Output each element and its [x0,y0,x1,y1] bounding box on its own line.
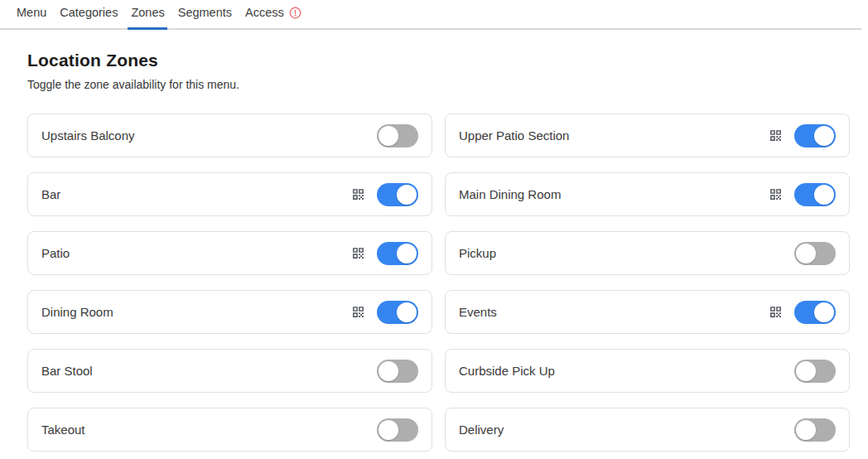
tab-segments[interactable]: Segments [178,6,232,28]
toggle-upstairs-balcony[interactable] [377,124,418,147]
toggle-knob [397,244,417,263]
tab-access[interactable]: Access [245,6,301,28]
zones-grid: Upstairs Balcony Upper Patio Section Bar [27,114,850,452]
toggle-pickup[interactable] [794,242,836,265]
page-subtitle: Toggle the zone availability for this me… [27,78,850,92]
zone-name: Patio [41,246,351,260]
toggle-knob [379,361,398,381]
zone-name: Takeout [41,423,377,437]
qr-code-icon[interactable] [769,187,783,201]
toggle-knob [796,361,816,381]
zone-card-events: Events [445,290,850,334]
toggle-upper-patio-section[interactable] [794,124,836,147]
zone-card-bar-stool: Bar Stool [27,349,432,393]
toggle-knob [379,126,398,146]
tab-zones[interactable]: Zones [131,6,164,28]
zone-card-patio: Patio [27,231,432,275]
toggle-knob [814,302,834,322]
toggle-takeout[interactable] [377,418,418,442]
toggle-patio[interactable] [377,242,418,265]
zone-name: Pickup [459,246,794,260]
toggle-curbside-pick-up[interactable] [794,360,836,383]
tab-categories[interactable]: Categories [60,6,118,28]
qr-code-icon[interactable] [351,246,365,260]
zone-name: Events [459,305,769,319]
qr-code-icon[interactable] [351,187,365,201]
toggle-knob [796,420,816,440]
page-title: Location Zones [27,50,850,71]
zone-name: Upper Patio Section [459,128,769,143]
qr-code-icon[interactable] [769,305,783,319]
toggle-knob [397,185,417,205]
toggle-knob [379,420,398,440]
toggle-events[interactable] [794,301,836,324]
tab-menu[interactable]: Menu [17,6,46,28]
toggle-delivery[interactable] [794,418,836,442]
toggle-knob [814,126,834,146]
zone-card-takeout: Takeout [27,408,432,452]
zone-name: Dining Room [41,305,351,319]
toggle-knob [814,185,834,205]
tab-label: Zones [131,6,164,19]
zone-name: Main Dining Room [459,187,769,201]
zone-card-bar: Bar [27,172,432,216]
zone-name: Bar [41,187,351,201]
qr-code-icon[interactable] [351,305,365,319]
zone-name: Upstairs Balcony [41,128,377,143]
toggle-main-dining-room[interactable] [794,183,836,206]
tab-label: Categories [60,6,118,19]
zone-name: Delivery [459,423,794,437]
tab-label: Segments [178,6,232,19]
toggle-bar-stool[interactable] [377,360,418,383]
zone-card-upstairs-balcony: Upstairs Balcony [27,114,432,157]
zone-card-delivery: Delivery [445,408,850,452]
zone-card-curbside-pick-up: Curbside Pick Up [445,349,850,393]
zones-panel: Location Zones Toggle the zone availabil… [0,30,868,452]
zone-card-upper-patio-section: Upper Patio Section [445,114,850,157]
zone-card-main-dining-room: Main Dining Room [445,172,850,216]
toggle-dining-room[interactable] [377,301,418,324]
tab-label: Menu [17,6,46,19]
zone-name: Curbside Pick Up [459,364,794,378]
zone-card-pickup: Pickup [445,231,850,275]
zone-card-dining-room: Dining Room [27,290,432,334]
toggle-knob [397,302,417,322]
qr-code-icon[interactable] [769,128,783,143]
warning-circle-icon [289,7,301,19]
tab-bar: Menu Categories Zones Segments Access [0,0,861,30]
toggle-bar[interactable] [377,183,418,206]
zone-name: Bar Stool [41,364,377,378]
toggle-knob [796,244,816,263]
tab-label: Access [245,6,284,19]
